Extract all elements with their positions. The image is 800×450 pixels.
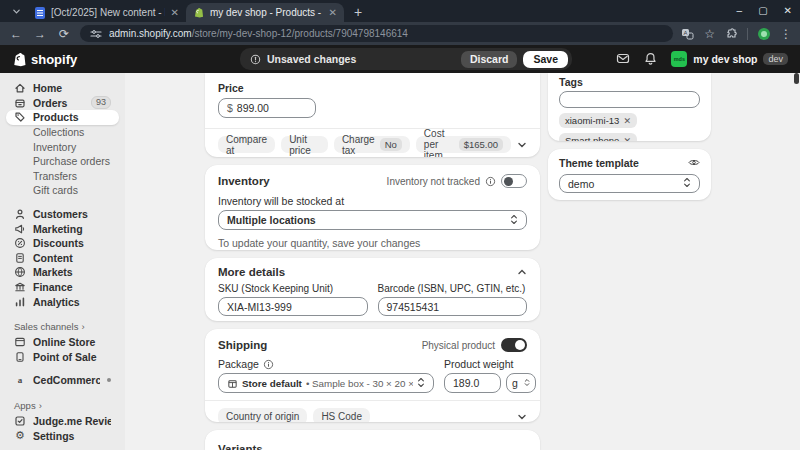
- reload-button[interactable]: ⟳: [56, 27, 72, 41]
- info-icon[interactable]: [263, 359, 274, 370]
- bell-icon[interactable]: [644, 52, 657, 66]
- close-button[interactable]: ✕: [784, 5, 792, 16]
- tab-search-button[interactable]: [6, 2, 26, 20]
- back-button[interactable]: ←: [8, 27, 24, 41]
- sidebar-item-transfers[interactable]: Transfers: [6, 169, 119, 184]
- sidebar-item-finance[interactable]: Finance: [6, 280, 119, 295]
- country-of-origin-pill[interactable]: Country of origin: [218, 408, 307, 422]
- price-pill-row: Compare at Unit price Charge taxNo Cost …: [205, 129, 540, 157]
- price-input[interactable]: $ 899.00: [218, 98, 316, 118]
- inventory-tracked-label: Inventory not tracked: [387, 176, 480, 187]
- shop-avatar: mds: [671, 51, 687, 67]
- package-primary: Store default: [242, 378, 302, 389]
- tag-chip[interactable]: xiaomi-mi-13✕: [559, 113, 637, 128]
- sidebar-item-judgeme[interactable]: Judge.me Reviews: [6, 414, 119, 429]
- hs-code-pill[interactable]: HS Code: [313, 408, 370, 422]
- sidebar-item-inventory[interactable]: Inventory: [6, 139, 119, 154]
- screen: [Oct/2025] New content - Ha M ✕ my dev s…: [0, 0, 800, 450]
- minimize-button[interactable]: –: [737, 5, 743, 16]
- site-settings-icon[interactable]: [90, 29, 102, 39]
- address-bar[interactable]: admin.shopify.com/store/my-dev-shop-12/p…: [80, 25, 673, 42]
- weight-unit-select[interactable]: g: [506, 373, 536, 393]
- package-box-icon: [227, 378, 238, 389]
- tab-close-icon[interactable]: ✕: [329, 7, 337, 18]
- location-select[interactable]: Multiple locations: [218, 210, 527, 230]
- bookmark-star-icon[interactable]: ☆: [704, 27, 715, 41]
- sidebar-item-purchase-orders[interactable]: Purchase orders: [6, 154, 119, 169]
- inventory-tracked-toggle[interactable]: [501, 174, 527, 188]
- sku-input[interactable]: XIA-MI13-999: [218, 297, 368, 316]
- maximize-button[interactable]: ▢: [758, 5, 767, 16]
- collapse-chevron-up-icon[interactable]: [517, 266, 527, 278]
- docs-icon: [35, 7, 45, 19]
- tab-title: my dev shop - Products - Xiaom: [210, 7, 323, 18]
- package-select[interactable]: Store default • Sample box - 30 × 20 × 1…: [218, 373, 434, 393]
- browser-tab-inactive[interactable]: [Oct/2025] New content - Ha M ✕: [28, 3, 186, 22]
- theme-template-select[interactable]: demo: [559, 174, 700, 193]
- new-tab-button[interactable]: +: [348, 2, 368, 21]
- translate-icon[interactable]: A: [681, 28, 694, 40]
- collapse-chevron-icon[interactable]: [517, 411, 527, 423]
- orders-count-badge: 93: [91, 96, 111, 109]
- info-icon[interactable]: [485, 176, 496, 187]
- barcode-input[interactable]: 974515431: [378, 297, 528, 316]
- compare-at-pill[interactable]: Compare at: [218, 136, 275, 153]
- sidebar-item-home[interactable]: Home: [6, 81, 119, 96]
- sidebar-item-orders[interactable]: Orders 93: [6, 96, 119, 111]
- side-column: Tags xiaomi-mi-13✕ Smart phone✕ Cell pho…: [548, 73, 711, 450]
- theme-template-label: Theme template: [559, 157, 639, 169]
- sidebar-item-cedcommerce[interactable]: a CedCommerce Amaz...: [6, 373, 119, 388]
- price-label: Price: [218, 82, 527, 94]
- eye-icon[interactable]: [688, 157, 700, 169]
- sidebar-item-settings[interactable]: ⚙ Settings: [6, 428, 119, 443]
- browser-menu-icon[interactable]: ⋮: [780, 27, 792, 41]
- sidebar-item-customers[interactable]: Customers: [6, 207, 119, 222]
- shopify-bag-icon: [12, 51, 27, 67]
- page-scrollbar[interactable]: [794, 73, 799, 84]
- forward-button[interactable]: →: [32, 27, 48, 41]
- sidebar-item-content[interactable]: Content: [6, 251, 119, 266]
- shipping-pill-row: Country of origin HS Code: [205, 401, 540, 422]
- apps-header[interactable]: Apps›: [14, 400, 111, 411]
- discard-button[interactable]: Discard: [461, 51, 518, 68]
- remove-tag-icon[interactable]: ✕: [623, 136, 631, 142]
- toolbar-icons: A ☆ ⋮: [681, 27, 792, 41]
- inbox-icon[interactable]: [616, 52, 630, 66]
- sidebar-item-analytics[interactable]: Analytics: [6, 294, 119, 309]
- collapse-chevron-icon[interactable]: [517, 139, 527, 151]
- sidebar-item-gift-cards[interactable]: Gift cards: [6, 183, 119, 198]
- theme-template-card: Theme template demo: [548, 149, 711, 200]
- sidebar-item-markets[interactable]: Markets: [6, 265, 119, 280]
- sidebar-item-marketing[interactable]: Marketing: [6, 221, 119, 236]
- physical-product-toggle[interactable]: [501, 338, 527, 352]
- extension-avatar-icon[interactable]: [758, 28, 770, 40]
- extensions-icon[interactable]: [725, 28, 737, 40]
- cost-per-item-pill[interactable]: Cost per item$165.00: [416, 136, 511, 153]
- weight-input[interactable]: 189.0: [444, 373, 501, 393]
- tag-chip[interactable]: Smart phone✕: [559, 133, 637, 141]
- tags-input[interactable]: [559, 91, 700, 108]
- currency-prefix: $: [227, 102, 233, 114]
- sidebar-item-online-store[interactable]: Online Store: [6, 335, 119, 350]
- tab-close-icon[interactable]: ✕: [171, 7, 179, 18]
- sidebar-item-point-of-sale[interactable]: Point of Sale: [6, 350, 119, 365]
- sidebar-item-collections[interactable]: Collections: [6, 125, 119, 140]
- shop-menu[interactable]: mds my dev shop dev: [671, 51, 788, 67]
- finance-bank-icon: [14, 281, 26, 293]
- sales-channels-header[interactable]: Sales channels›: [14, 321, 111, 332]
- browser-tab-active[interactable]: my dev shop - Products - Xiaom ✕: [186, 3, 344, 22]
- save-button[interactable]: Save: [523, 51, 568, 68]
- alert-circle-icon: [250, 54, 261, 65]
- shopify-logo[interactable]: shopify: [12, 51, 192, 67]
- sidebar-item-discounts[interactable]: Discounts: [6, 236, 119, 251]
- shopify-favicon: [193, 7, 204, 18]
- price-value: 899.00: [237, 102, 269, 114]
- package-secondary: • Sample box - 30 × 20 × 15 cm, 0 kg: [306, 378, 413, 389]
- shop-name: my dev shop: [693, 53, 757, 65]
- unit-price-pill[interactable]: Unit price: [281, 136, 328, 153]
- remove-tag-icon[interactable]: ✕: [623, 116, 631, 126]
- notification-dot: [107, 378, 111, 382]
- stocked-at-label: Inventory will be stocked at: [218, 195, 527, 207]
- sidebar-item-products[interactable]: Products: [6, 110, 119, 125]
- charge-tax-pill[interactable]: Charge taxNo: [334, 136, 410, 153]
